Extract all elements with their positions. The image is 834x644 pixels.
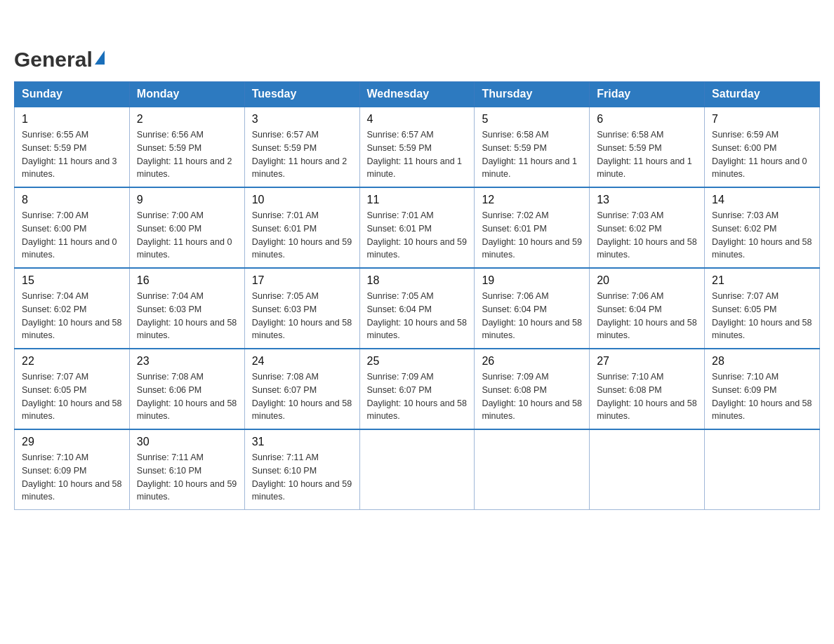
calendar-cell: 12Sunrise: 7:02 AMSunset: 6:01 PMDayligh… — [475, 187, 590, 268]
day-info: Sunrise: 7:04 AMSunset: 6:03 PMDaylight:… — [137, 291, 237, 340]
day-number: 28 — [712, 355, 812, 368]
day-info: Sunrise: 6:58 AMSunset: 5:59 PMDaylight:… — [597, 130, 692, 179]
calendar-cell: 3Sunrise: 6:57 AMSunset: 5:59 PMDaylight… — [244, 107, 359, 187]
calendar-cell: 19Sunrise: 7:06 AMSunset: 6:04 PMDayligh… — [475, 268, 590, 349]
calendar-header-tuesday: Tuesday — [244, 82, 359, 107]
logo-triangle-icon — [95, 51, 105, 65]
calendar-cell: 25Sunrise: 7:09 AMSunset: 6:07 PMDayligh… — [359, 349, 475, 429]
day-number: 17 — [252, 274, 352, 287]
day-number: 5 — [482, 113, 582, 126]
calendar-header-thursday: Thursday — [475, 82, 590, 107]
calendar-cell: 15Sunrise: 7:04 AMSunset: 6:02 PMDayligh… — [15, 268, 130, 349]
day-number: 27 — [597, 355, 697, 368]
day-number: 6 — [597, 113, 697, 126]
day-number: 19 — [482, 274, 582, 287]
calendar-cell: 8Sunrise: 7:00 AMSunset: 6:00 PMDaylight… — [15, 187, 130, 268]
calendar-cell: 14Sunrise: 7:03 AMSunset: 6:02 PMDayligh… — [705, 187, 820, 268]
calendar-cell: 27Sunrise: 7:10 AMSunset: 6:08 PMDayligh… — [590, 349, 705, 429]
day-info: Sunrise: 7:08 AMSunset: 6:06 PMDaylight:… — [137, 372, 237, 421]
calendar-header-saturday: Saturday — [705, 82, 820, 107]
calendar-cell: 23Sunrise: 7:08 AMSunset: 6:06 PMDayligh… — [129, 349, 244, 429]
day-info: Sunrise: 7:10 AMSunset: 6:09 PMDaylight:… — [712, 372, 812, 421]
day-info: Sunrise: 7:03 AMSunset: 6:02 PMDaylight:… — [597, 210, 696, 260]
calendar-cell: 28Sunrise: 7:10 AMSunset: 6:09 PMDayligh… — [705, 349, 820, 429]
day-info: Sunrise: 7:09 AMSunset: 6:07 PMDaylight:… — [367, 372, 467, 421]
day-info: Sunrise: 7:11 AMSunset: 6:10 PMDaylight:… — [137, 452, 237, 502]
calendar-cell: 29Sunrise: 7:10 AMSunset: 6:09 PMDayligh… — [15, 429, 130, 510]
day-number: 21 — [712, 274, 812, 287]
day-number: 22 — [22, 355, 122, 368]
logo-general-text: General — [14, 49, 93, 70]
day-info: Sunrise: 7:11 AMSunset: 6:10 PMDaylight:… — [252, 452, 352, 502]
calendar-cell: 21Sunrise: 7:07 AMSunset: 6:05 PMDayligh… — [705, 268, 820, 349]
calendar-cell: 6Sunrise: 6:58 AMSunset: 5:59 PMDaylight… — [590, 107, 705, 187]
day-info: Sunrise: 7:04 AMSunset: 6:02 PMDaylight:… — [22, 291, 121, 340]
calendar-table: SundayMondayTuesdayWednesdayThursdayFrid… — [14, 81, 820, 510]
calendar-header-row: SundayMondayTuesdayWednesdayThursdayFrid… — [15, 82, 820, 107]
day-number: 14 — [712, 194, 812, 206]
day-info: Sunrise: 7:05 AMSunset: 6:04 PMDaylight:… — [367, 291, 467, 340]
day-info: Sunrise: 7:09 AMSunset: 6:08 PMDaylight:… — [482, 372, 581, 421]
calendar-week-row-1: 1Sunrise: 6:55 AMSunset: 5:59 PMDaylight… — [15, 107, 820, 187]
day-number: 20 — [597, 274, 697, 287]
day-number: 29 — [22, 436, 122, 448]
day-number: 26 — [482, 355, 582, 368]
day-info: Sunrise: 7:07 AMSunset: 6:05 PMDaylight:… — [712, 291, 812, 340]
calendar-cell: 17Sunrise: 7:05 AMSunset: 6:03 PMDayligh… — [244, 268, 359, 349]
day-info: Sunrise: 7:00 AMSunset: 6:00 PMDaylight:… — [137, 210, 232, 260]
day-number: 4 — [367, 113, 468, 126]
day-info: Sunrise: 7:10 AMSunset: 6:08 PMDaylight:… — [597, 372, 696, 421]
day-number: 2 — [137, 113, 237, 126]
day-info: Sunrise: 6:59 AMSunset: 6:00 PMDaylight:… — [712, 130, 807, 179]
day-info: Sunrise: 7:01 AMSunset: 6:01 PMDaylight:… — [367, 210, 467, 260]
day-info: Sunrise: 7:02 AMSunset: 6:01 PMDaylight:… — [482, 210, 581, 260]
calendar-cell: 2Sunrise: 6:56 AMSunset: 5:59 PMDaylight… — [129, 107, 244, 187]
day-info: Sunrise: 7:08 AMSunset: 6:07 PMDaylight:… — [252, 372, 352, 421]
day-number: 18 — [367, 274, 468, 287]
calendar-cell: 13Sunrise: 7:03 AMSunset: 6:02 PMDayligh… — [590, 187, 705, 268]
calendar-cell: 20Sunrise: 7:06 AMSunset: 6:04 PMDayligh… — [590, 268, 705, 349]
day-info: Sunrise: 7:05 AMSunset: 6:03 PMDaylight:… — [252, 291, 352, 340]
day-info: Sunrise: 7:06 AMSunset: 6:04 PMDaylight:… — [597, 291, 696, 340]
day-number: 25 — [367, 355, 468, 368]
day-number: 10 — [252, 194, 352, 206]
calendar-cell: 31Sunrise: 7:11 AMSunset: 6:10 PMDayligh… — [244, 429, 359, 510]
calendar-cell: 26Sunrise: 7:09 AMSunset: 6:08 PMDayligh… — [475, 349, 590, 429]
day-number: 8 — [22, 194, 122, 206]
day-number: 9 — [137, 194, 237, 206]
calendar-cell: 4Sunrise: 6:57 AMSunset: 5:59 PMDaylight… — [359, 107, 475, 187]
calendar-cell — [590, 429, 705, 510]
day-number: 23 — [137, 355, 237, 368]
logo: General Blue — [14, 14, 140, 70]
day-number: 12 — [482, 194, 582, 206]
calendar-cell: 10Sunrise: 7:01 AMSunset: 6:01 PMDayligh… — [244, 187, 359, 268]
calendar-week-row-4: 22Sunrise: 7:07 AMSunset: 6:05 PMDayligh… — [15, 349, 820, 429]
day-number: 24 — [252, 355, 352, 368]
day-info: Sunrise: 7:07 AMSunset: 6:05 PMDaylight:… — [22, 372, 121, 421]
calendar-cell — [359, 429, 475, 510]
calendar-cell — [705, 429, 820, 510]
calendar-cell: 1Sunrise: 6:55 AMSunset: 5:59 PMDaylight… — [15, 107, 130, 187]
day-number: 13 — [597, 194, 697, 206]
calendar-cell: 22Sunrise: 7:07 AMSunset: 6:05 PMDayligh… — [15, 349, 130, 429]
calendar-header-friday: Friday — [590, 82, 705, 107]
calendar-cell — [475, 429, 590, 510]
calendar-week-row-5: 29Sunrise: 7:10 AMSunset: 6:09 PMDayligh… — [15, 429, 820, 510]
day-info: Sunrise: 7:01 AMSunset: 6:01 PMDaylight:… — [252, 210, 352, 260]
day-number: 30 — [137, 436, 237, 448]
day-info: Sunrise: 7:00 AMSunset: 6:00 PMDaylight:… — [22, 210, 117, 260]
day-number: 1 — [22, 113, 122, 126]
logo-first-line: General — [14, 49, 105, 70]
day-info: Sunrise: 6:56 AMSunset: 5:59 PMDaylight:… — [137, 130, 232, 179]
calendar-cell: 7Sunrise: 6:59 AMSunset: 6:00 PMDaylight… — [705, 107, 820, 187]
day-info: Sunrise: 6:55 AMSunset: 5:59 PMDaylight:… — [22, 130, 117, 179]
calendar-cell: 16Sunrise: 7:04 AMSunset: 6:03 PMDayligh… — [129, 268, 244, 349]
day-number: 3 — [252, 113, 352, 126]
calendar-cell: 5Sunrise: 6:58 AMSunset: 5:59 PMDaylight… — [475, 107, 590, 187]
day-number: 16 — [137, 274, 237, 287]
calendar-cell: 30Sunrise: 7:11 AMSunset: 6:10 PMDayligh… — [129, 429, 244, 510]
calendar-header-wednesday: Wednesday — [359, 82, 475, 107]
day-number: 31 — [252, 436, 352, 448]
page-header: General Blue — [14, 14, 820, 70]
day-info: Sunrise: 6:58 AMSunset: 5:59 PMDaylight:… — [482, 130, 577, 179]
